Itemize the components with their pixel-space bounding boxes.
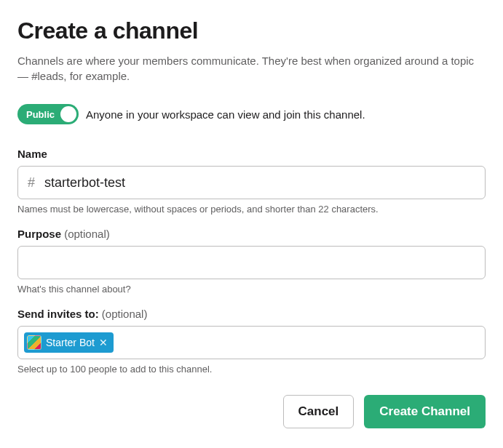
actions-row: Cancel Create Channel [17, 395, 486, 428]
close-icon[interactable]: ✕ [99, 337, 108, 348]
visibility-description: Anyone in your workspace can view and jo… [86, 108, 365, 121]
create-channel-button[interactable]: Create Channel [364, 395, 486, 428]
visibility-row: Public Anyone in your workspace can view… [17, 104, 486, 124]
invites-label-text: Send invites to: [17, 308, 99, 320]
cancel-button[interactable]: Cancel [283, 395, 355, 428]
purpose-field: Purpose (optional) What's this channel a… [17, 228, 486, 295]
avatar [27, 335, 41, 350]
invites-field: Send invites to: (optional) Starter Bot … [17, 308, 486, 375]
invites-help: Select up to 100 people to add to this c… [17, 364, 486, 375]
invite-pill[interactable]: Starter Bot ✕ [24, 332, 114, 353]
page-description: Channels are where your members communic… [17, 53, 486, 84]
purpose-label-text: Purpose [17, 228, 61, 240]
hash-icon: # [28, 175, 35, 191]
invites-optional: (optional) [102, 308, 148, 320]
visibility-toggle[interactable]: Public [17, 104, 79, 124]
toggle-knob [60, 106, 76, 122]
invites-label: Send invites to: (optional) [17, 308, 486, 320]
purpose-help: What's this channel about? [17, 284, 486, 295]
name-help: Names must be lowercase, without spaces … [17, 204, 486, 215]
invites-input[interactable]: Starter Bot ✕ [17, 326, 486, 359]
name-field: Name # Names must be lowercase, without … [17, 148, 486, 215]
purpose-optional: (optional) [64, 228, 110, 240]
toggle-label: Public [26, 109, 55, 120]
pill-name: Starter Bot [46, 337, 95, 348]
name-input-wrap: # [17, 166, 486, 199]
name-input[interactable] [17, 166, 486, 199]
purpose-input[interactable] [17, 246, 486, 279]
name-label: Name [17, 148, 486, 160]
purpose-label: Purpose (optional) [17, 228, 486, 240]
page-title: Create a channel [17, 17, 486, 44]
